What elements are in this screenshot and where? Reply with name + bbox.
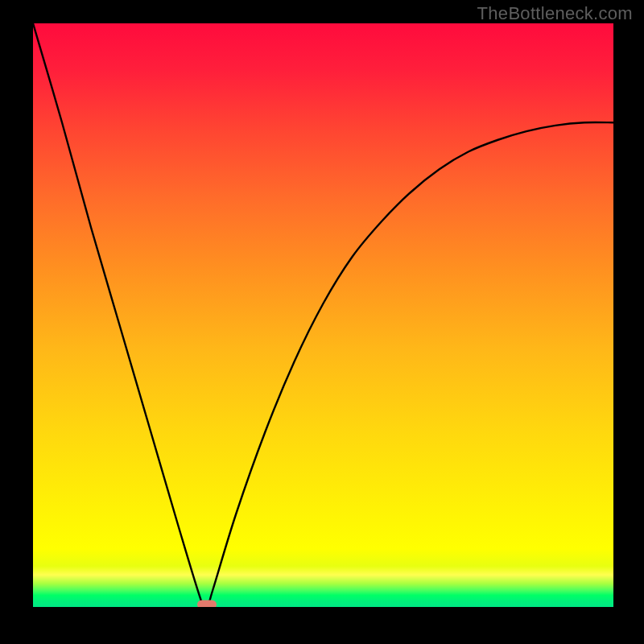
plot-area xyxy=(33,23,613,607)
chart-frame: TheBottleneck.com xyxy=(0,0,644,644)
watermark-text: TheBottleneck.com xyxy=(477,3,633,24)
minimum-marker xyxy=(197,601,217,608)
bottleneck-curve xyxy=(33,23,613,607)
